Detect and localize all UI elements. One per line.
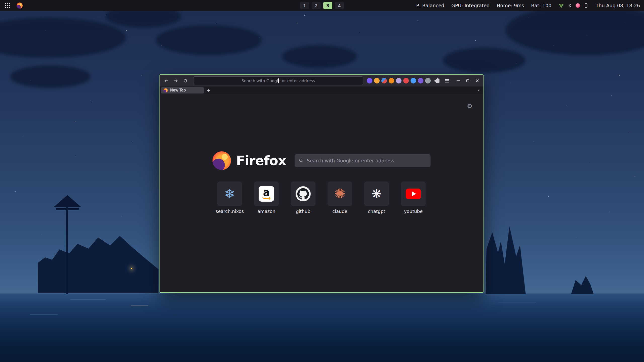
top-bar: 1 2 3 4 P: Balanced GPU: Integrated Home… — [0, 0, 644, 11]
extension-icon[interactable] — [403, 78, 409, 83]
extension-icon[interactable] — [367, 78, 372, 83]
extension-icon[interactable] — [411, 78, 416, 83]
top-bar-left — [0, 2, 24, 10]
workspace-button-1[interactable]: 1 — [300, 2, 309, 9]
extension-icon[interactable] — [425, 78, 431, 83]
workspace-button-2[interactable]: 2 — [312, 2, 321, 9]
shortcut-tile — [291, 182, 315, 206]
shortcut-chatgpt[interactable]: ❋ chatgpt — [364, 182, 389, 214]
firefox-icon — [17, 3, 23, 9]
wallpaper-cloud — [156, 25, 262, 55]
tab-title: New Tab — [170, 88, 186, 93]
search-icon — [299, 158, 304, 163]
close-icon — [475, 79, 479, 82]
shortcut-tile: a — [254, 182, 279, 206]
window-controls — [454, 77, 481, 84]
shortcut-tile: ❋ — [364, 182, 389, 206]
browser-toolbar: Search with Google or enter address — [159, 75, 484, 86]
youtube-play-icon — [406, 189, 421, 199]
workspace-switcher: 1 2 3 4 — [300, 0, 344, 11]
gpu-status: GPU: Integrated — [451, 3, 490, 8]
tab-new-tab[interactable]: New Tab — [161, 87, 204, 94]
url-bar[interactable]: Search with Google or enter address — [193, 76, 363, 85]
extension-buttons — [367, 78, 431, 83]
newtab-settings-gear-icon[interactable]: ⚙ — [467, 103, 472, 109]
shortcut-tile: ❄ — [217, 182, 242, 206]
menu-button[interactable] — [443, 76, 451, 85]
extension-icon[interactable] — [389, 78, 394, 83]
app-grid-icon — [5, 3, 10, 8]
minimize-icon — [457, 80, 460, 81]
desktop: 1 2 3 4 P: Balanced GPU: Integrated Home… — [0, 0, 644, 362]
wallpaper-rocks — [482, 219, 530, 294]
wallpaper-cloud — [0, 18, 126, 58]
shortcut-tile — [401, 182, 426, 206]
shortcut-claude[interactable]: ✺ claude — [327, 182, 352, 214]
shortcut-tile: ✺ — [328, 182, 352, 206]
extension-icon[interactable] — [396, 78, 401, 83]
nixos-snowflake-icon: ❄ — [224, 187, 235, 200]
shortcut-label: claude — [332, 209, 347, 214]
bluetooth-icon[interactable] — [568, 3, 572, 8]
top-bar-right: P: Balanced GPU: Integrated Home: 9ms Ba… — [416, 3, 644, 8]
wallpaper-cloud — [10, 65, 91, 88]
wallpaper-hut-light — [131, 268, 132, 269]
maximize-button[interactable] — [464, 77, 471, 84]
openai-knot-icon: ❋ — [372, 188, 382, 200]
forward-arrow-icon — [173, 78, 178, 83]
puzzle-icon — [436, 79, 439, 83]
new-tab-button[interactable]: + — [205, 87, 212, 94]
extensions-puzzle-button[interactable] — [433, 76, 442, 85]
app-launcher-button[interactable] — [4, 2, 12, 10]
shortcut-github[interactable]: github — [291, 182, 316, 214]
reload-button[interactable] — [181, 76, 190, 85]
newtab-search[interactable] — [295, 154, 431, 167]
wallpaper-reflection — [131, 305, 148, 306]
hamburger-icon — [445, 79, 449, 82]
newtab-search-input[interactable] — [307, 158, 427, 163]
minimize-button[interactable] — [454, 77, 462, 84]
extension-icon[interactable] — [418, 78, 423, 83]
tab-bar: New Tab + — [159, 86, 484, 94]
firefox-logo — [212, 151, 231, 170]
shortcut-label: chatgpt — [368, 209, 385, 214]
back-button[interactable] — [162, 76, 171, 85]
back-arrow-icon — [164, 78, 169, 83]
amazon-icon: a — [259, 186, 274, 202]
shortcut-amazon[interactable]: a amazon — [254, 182, 279, 214]
list-all-tabs-button[interactable] — [475, 87, 482, 94]
workspace-button-3-active[interactable]: 3 — [323, 2, 332, 9]
forward-button[interactable] — [172, 76, 180, 85]
shortcut-label: amazon — [257, 209, 275, 214]
extension-icon[interactable] — [381, 78, 387, 83]
firefox-window: Search with Google or enter address — [159, 74, 484, 293]
firefox-wordmark: Firefox — [236, 153, 286, 168]
shortcut-label: github — [296, 209, 310, 214]
wallpaper-reflection — [30, 314, 58, 315]
shortcut-label: youtube — [404, 209, 423, 214]
shortcut-search-nixos[interactable]: ❄ search.nixos — [217, 182, 242, 214]
extension-icon[interactable] — [374, 78, 380, 83]
text-caret — [278, 78, 279, 83]
close-button[interactable] — [473, 77, 481, 84]
wifi-icon[interactable] — [558, 3, 564, 8]
firefox-launcher-button[interactable] — [16, 2, 24, 10]
newtab-hero: Firefox — [212, 151, 430, 170]
clock[interactable]: Thu Aug 08, 18:26 — [596, 3, 640, 8]
reload-icon — [183, 78, 188, 83]
color-profile-icon — [576, 3, 580, 8]
power-profile-status[interactable]: P: Balanced — [416, 3, 444, 8]
workspace-button-4[interactable]: 4 — [335, 2, 344, 9]
display-icon[interactable] — [584, 3, 589, 8]
wallpaper-rock — [571, 274, 594, 294]
wallpaper-watchtower — [54, 199, 82, 294]
chevron-down-icon — [477, 88, 480, 92]
battery-status: Bat: 100 — [531, 3, 551, 8]
shortcut-youtube[interactable]: youtube — [401, 182, 426, 214]
wallpaper-reflection — [70, 299, 106, 300]
shortcut-label: search.nixos — [216, 209, 244, 214]
wallpaper-cloud — [506, 5, 644, 55]
shortcut-grid: ❄ search.nixos a amazon — [217, 182, 426, 214]
newtab-page: ⚙ Firefox ❄ search.nixos — [159, 94, 484, 292]
home-latency-status: Home: 9ms — [497, 3, 524, 8]
